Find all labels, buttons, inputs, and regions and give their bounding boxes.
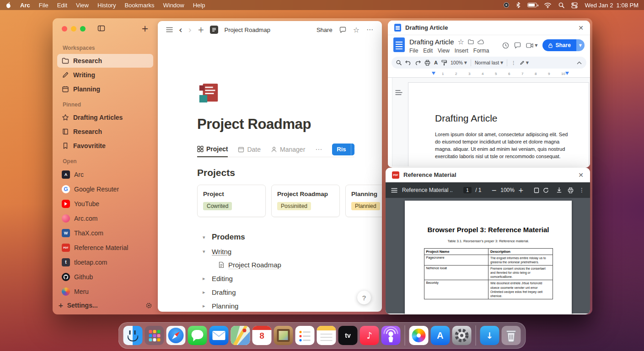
new-tab-button[interactable]: + (141, 23, 149, 33)
close-icon[interactable]: ✕ (578, 171, 584, 179)
bluetooth-icon[interactable] (516, 2, 521, 8)
edit-mode-pencil-icon[interactable]: ▼ (520, 60, 529, 65)
spellcheck-icon[interactable]: A (434, 60, 438, 65)
dock-notes-icon[interactable] (317, 326, 336, 345)
dock-maps-icon[interactable] (231, 326, 250, 345)
menu-help[interactable]: Help (193, 2, 205, 9)
gear-icon[interactable] (145, 302, 152, 309)
page-number-input[interactable]: 1 (463, 187, 472, 193)
close-window-button[interactable] (62, 26, 67, 32)
chevron-down-icon[interactable]: ▼ (351, 144, 354, 155)
settings-button[interactable]: Settings... (67, 302, 98, 309)
docs-window-titlebar[interactable]: Drafting Article ✕ (388, 21, 590, 35)
document-outline-icon[interactable] (395, 90, 402, 96)
project-card[interactable]: Planning Plannied (345, 185, 382, 217)
dock-podcasts-icon[interactable] (381, 326, 401, 345)
sidebar-toggle-icon[interactable] (97, 25, 105, 32)
open-tab-thax[interactable]: W ThaX.com (57, 226, 153, 240)
dock-photos-icon[interactable] (409, 326, 429, 345)
pdf-window-titlebar[interactable]: PDF Reference Material ✕ (386, 168, 590, 182)
dock-messages-icon[interactable] (188, 326, 207, 345)
apple-menu-icon[interactable] (5, 2, 11, 8)
menu-window[interactable]: Window (163, 2, 184, 9)
toggle-planning[interactable]: ▸ Planning (203, 299, 354, 312)
dock-trash-icon[interactable] (502, 326, 521, 345)
help-button[interactable]: ? (357, 291, 371, 304)
zoom-window-button[interactable] (80, 26, 86, 32)
open-tab-github[interactable]: Github (57, 270, 153, 284)
pdf-content-area[interactable]: Browser Propel 3: Reference Material Tab… (386, 198, 590, 314)
ris-button[interactable]: Ris ▼ (332, 144, 354, 155)
open-tab-tloetap[interactable]: t tloetap.com (57, 255, 153, 269)
open-tab-reference-material[interactable]: PDF Reference Material (57, 240, 153, 255)
menu-file[interactable]: File (39, 2, 48, 9)
open-tab-meru[interactable]: Meru (57, 284, 153, 298)
open-tab-youtube[interactable]: YouTube (57, 197, 153, 211)
sidebar-item-writing[interactable]: Writing (57, 68, 153, 82)
dock-mail-icon[interactable] (209, 326, 229, 345)
zoom-level[interactable]: 100% (500, 187, 515, 193)
dock-music-icon[interactable] (360, 326, 379, 345)
screen-record-icon[interactable] (504, 2, 509, 8)
spotlight-search-icon[interactable] (558, 2, 564, 8)
pinned-item-favovritite[interactable]: Favovritite (57, 139, 153, 153)
tabs-more-icon[interactable]: ⋯ (315, 145, 322, 154)
toggle-prodems[interactable]: ▾ Prodems (203, 230, 354, 245)
docs-menu-file[interactable]: File (409, 48, 418, 54)
download-icon[interactable] (556, 187, 562, 193)
hamburger-menu-icon[interactable] (391, 188, 397, 193)
comment-icon[interactable] (339, 27, 346, 33)
dock-photo-frame-icon[interactable] (274, 326, 293, 345)
toggle-drafting[interactable]: ▸ Drafting (203, 285, 354, 299)
chevron-down-icon[interactable]: ▼ (576, 39, 585, 51)
doc-title[interactable]: Drafting Article (409, 38, 454, 46)
redo-icon[interactable] (415, 60, 421, 65)
page-emoji-icon[interactable] (197, 82, 221, 105)
cloud-status-icon[interactable] (478, 40, 484, 44)
dock-launchpad-icon[interactable] (145, 326, 164, 345)
pinned-item-drafting-articles[interactable]: Drafting Articles (57, 111, 153, 124)
document-page[interactable]: Drafting Article Lorem ipsum dolor sit a… (408, 82, 589, 166)
share-button[interactable]: Share ▼ (542, 39, 585, 51)
favorite-star-icon[interactable]: ☆ (353, 26, 360, 34)
sidebar-item-planning[interactable]: Planning (57, 82, 153, 96)
project-card[interactable]: Project Cowrited (197, 185, 266, 217)
print-icon[interactable] (424, 60, 430, 66)
move-folder-icon[interactable] (468, 39, 474, 44)
menu-bookmarks[interactable]: Bookmarks (124, 2, 154, 9)
wifi-icon[interactable] (544, 2, 552, 8)
ris-button-label[interactable]: Ris (332, 144, 350, 155)
forward-icon[interactable]: › (188, 26, 192, 34)
star-icon[interactable]: ☆ (458, 37, 464, 46)
menubar-clock[interactable]: Wed Jan 2 1:08 PM (585, 2, 639, 9)
triangle-down-icon[interactable]: ▾ (203, 249, 207, 255)
dock-finder-icon[interactable] (123, 326, 143, 345)
open-tab-arc-com[interactable]: Arc.com (57, 211, 153, 225)
menu-history[interactable]: History (97, 2, 116, 9)
hamburger-menu-icon[interactable] (166, 27, 173, 32)
triangle-right-icon[interactable]: ▸ (203, 276, 207, 282)
zoom-out-icon[interactable]: − (491, 186, 497, 194)
more-options-icon[interactable]: ⋯ (366, 26, 374, 34)
docs-menu-edit[interactable]: Edit (423, 48, 433, 54)
zoom-select[interactable]: 100%▼ (451, 60, 467, 65)
sidebar-item-research[interactable]: Research (57, 54, 153, 68)
docs-menu-view[interactable]: View (438, 48, 450, 54)
dock-safari-icon[interactable] (166, 326, 186, 345)
toggle-editing[interactable]: ▸ Editing (203, 271, 354, 285)
minimize-window-button[interactable] (71, 26, 76, 32)
project-card[interactable]: Project Roadmap Possiniited (271, 185, 340, 217)
tab-manager[interactable]: Manager (271, 142, 305, 157)
dock-reminders-icon[interactable] (295, 326, 315, 345)
triangle-right-icon[interactable]: ▸ (203, 289, 207, 295)
new-page-icon[interactable]: + (198, 25, 204, 34)
tab-date[interactable]: Date (238, 142, 261, 157)
battery-icon[interactable] (527, 3, 537, 7)
more-options-icon[interactable]: ⋮ (579, 187, 585, 193)
paint-format-icon[interactable] (441, 60, 447, 66)
open-tab-arc[interactable]: A Arc (57, 167, 153, 181)
paragraph-style-select[interactable]: Normal last▼ (475, 60, 503, 65)
dock-system-settings-icon[interactable] (452, 326, 472, 345)
subpage-project-roadmap[interactable]: Project Roadmap (203, 258, 354, 271)
back-icon[interactable]: ‹ (179, 26, 182, 34)
